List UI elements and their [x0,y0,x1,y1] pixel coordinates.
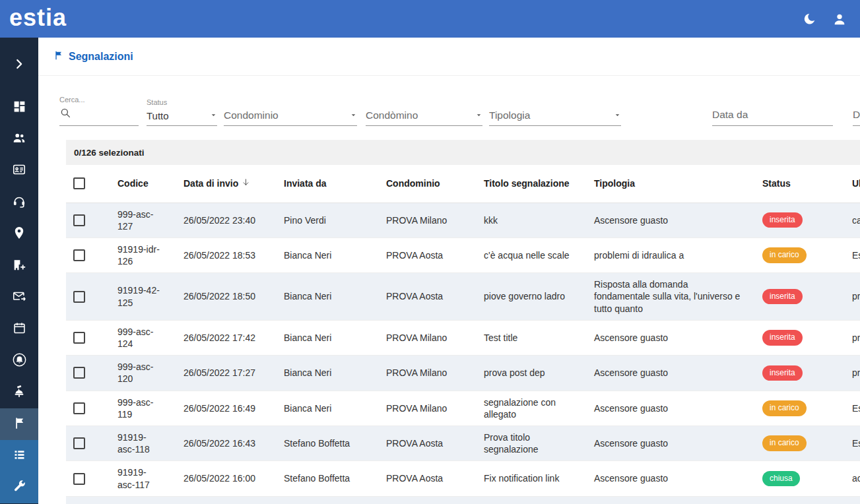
table-row[interactable]: 999-asc-127 26/05/2022 23:40 Pino Verdi … [66,203,860,237]
flag-icon [13,416,26,433]
sidebar-item-list[interactable] [0,440,38,472]
cell-titolo: Fix notification link [473,461,583,496]
table-row[interactable]: 999-asc-119 26/05/2022 16:49 Bianca Neri… [66,391,860,425]
table-header-row: Codice Data di invio Inviata da Condomin… [66,165,860,203]
data-da-field [712,108,833,126]
status-badge: in carico [762,400,807,416]
chevron-down-icon [350,110,357,121]
notification-bell-icon [12,352,27,370]
sidebar-item-dashboard[interactable] [0,92,38,123]
people-icon [12,131,26,148]
user-account-icon[interactable] [832,12,847,26]
table-row[interactable]: 999-asc-120 26/05/2022 17:27 Bianca Neri… [66,356,860,391]
cell-codice: 999-asc-127 [107,203,173,237]
dark-mode-moon-icon[interactable] [802,12,816,26]
segnalazioni-table: Codice Data di invio Inviata da Condomin… [66,165,860,504]
table-body: 999-asc-127 26/05/2022 23:40 Pino Verdi … [66,203,860,504]
row-checkbox[interactable] [73,402,85,414]
data-a-input[interactable] [853,108,860,121]
tipologia-filter-select[interactable]: Tipologia [489,110,621,126]
cell-codice: 999-asc-124 [107,320,173,355]
sidebar-item-condomini[interactable] [0,250,38,282]
sidebar-item-calendar[interactable] [0,313,38,345]
sidebar-item-messages[interactable] [0,282,38,313]
cell-codice: 91919-42-125 [107,273,173,321]
cell-codice: 999-asc-119 [107,391,173,425]
row-checkbox[interactable] [73,367,85,379]
row-checkbox[interactable] [73,332,85,344]
sidebar-item-notifications[interactable] [0,345,38,377]
table-row[interactable]: 91919-idr-126 26/05/2022 18:53 Bianca Ne… [66,237,860,272]
cell-condominio: PROVA Milano [376,320,473,355]
sidebar-item-locations[interactable] [0,218,38,250]
status-filter-select[interactable]: Status Tutto [147,98,217,126]
cell-status: inserita [752,320,851,355]
top-header: estia [0,0,860,38]
cell-titolo: Prova titolo segnalazione [473,425,583,460]
chevron-right-icon [12,57,26,74]
status-badge: chiusa [762,471,800,487]
cell-status: inserita [752,203,851,237]
cell-ultimo-clipped: Es [851,237,860,272]
cell-codice: 91919-idr-126 [107,237,173,272]
condomino-filter-select[interactable]: Condòmino [366,110,482,126]
table-row[interactable]: 999-asc-124 26/05/2022 17:42 Bianca Neri… [66,320,860,355]
sidebar-expand-button[interactable] [0,48,38,82]
data-da-input[interactable] [712,108,833,121]
app-logo: estia [9,6,67,32]
status-badge: inserita [762,365,803,381]
row-checkbox[interactable] [73,473,85,485]
table-row-partial [66,496,860,504]
cell-tipologia: Risposta alla domanda fondamentale sulla… [583,273,752,321]
col-titolo: Titolo segnalazione [473,165,583,203]
table-row[interactable]: 91919-asc-118 26/05/2022 16:43 Stefano B… [66,425,860,460]
status-badge: inserita [762,289,803,305]
cell-tipologia: problemi di idraulica a [583,237,752,272]
row-checkbox[interactable] [73,214,85,226]
sidebar-item-people[interactable] [0,123,38,155]
search-field: Cerca... [59,96,139,126]
cell-status: in carico [752,391,851,425]
chevron-down-icon [614,110,621,121]
sidebar-item-maintenance[interactable] [0,377,38,408]
col-data-invio[interactable]: Data di invio [173,165,273,203]
cell-status: in carico [752,425,851,460]
sidebar-item-tools[interactable] [0,472,38,503]
table-row[interactable]: 91919-asc-117 26/05/2022 16:00 Stefano B… [66,461,860,496]
breadcrumb: Segnalazioni [38,38,860,76]
cell-status: chiusa [752,461,851,496]
mail-forward-icon [12,289,26,306]
sidebar-item-idcard[interactable] [0,155,38,187]
select-all-checkbox[interactable] [73,177,85,189]
condominio-filter-select[interactable]: Condominio [224,110,357,126]
cell-data-invio: 26/05/2022 16:43 [173,425,273,460]
cell-inviata-da: Stefano Boffetta [273,461,376,496]
cell-data-invio: 26/05/2022 23:40 [173,203,273,237]
row-checkbox[interactable] [73,291,85,303]
tipologia-filter-placeholder: Tipologia [489,110,610,121]
col-status: Status [752,165,851,203]
cell-inviata-da: Bianca Neri [273,320,376,355]
search-input[interactable] [75,108,139,121]
row-checkbox[interactable] [73,437,85,449]
cell-ultimo-clipped: Es [851,425,860,460]
sidebar-item-segnalazioni[interactable] [0,408,38,440]
cell-tipologia: Ascensore guasto [583,425,752,460]
table-row[interactable]: 91919-42-125 26/05/2022 18:50 Bianca Ner… [66,273,860,321]
cell-inviata-da: Bianca Neri [273,391,376,425]
cell-status: inserita [752,356,851,391]
cell-ultimo-clipped: pr [851,320,860,355]
cell-titolo: kkk [473,203,583,237]
cell-data-invio: 26/05/2022 18:53 [173,237,273,272]
status-badge: in carico [762,435,807,451]
sidebar-item-support[interactable] [0,187,38,218]
row-checkbox[interactable] [73,249,85,261]
col-ultimo-clipped: Ul [851,165,860,203]
status-filter-value: Tutto [147,110,206,121]
cell-codice: 91919-asc-118 [107,425,173,460]
cell-condominio: PROVA Milano [376,203,473,237]
cell-tipologia: Ascensore guasto [583,461,752,496]
cell-titolo: c'è acqua nelle scale [473,237,583,272]
wrench-icon [13,480,26,496]
cell-condominio: PROVA Milano [376,391,473,425]
